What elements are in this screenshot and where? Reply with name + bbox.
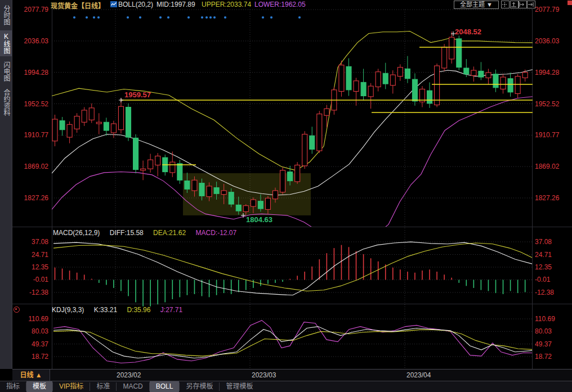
chart-line	[53, 242, 532, 295]
indicator-target-icon[interactable]	[14, 307, 20, 313]
macd-params: MACD(26,12,9)	[53, 229, 100, 237]
event-dot[interactable]	[209, 16, 212, 19]
bottom-toolbar: 指标 模板 VIP指标 标准 MACD BOLL 另存模板 管理模板	[0, 381, 572, 392]
trading-terminal: 分时图 K线图 闪电图 合约资料 现货黄金【日线】 BOLL(20,2) MID…	[0, 0, 572, 392]
x-axis-row: 日线 ▲ 2023/02 2023/03 2023/04	[12, 369, 572, 381]
toolbar-tab-templates[interactable]: 模板	[26, 381, 52, 392]
macd-legend: MACD(26,12,9) DIFF:15.58 DEA:21.62 MACD:…	[53, 229, 244, 237]
event-dot[interactable]	[127, 16, 129, 19]
period-selector[interactable]: 日线 ▲	[12, 370, 50, 381]
chart-canvas[interactable]	[0, 0, 572, 392]
event-dot[interactable]	[224, 16, 226, 19]
x-tick-label: 2023/04	[406, 371, 431, 379]
x-tick-label: 2023/03	[252, 371, 276, 379]
kdj-k-value: K:33.21	[94, 306, 117, 314]
toolbar-tab-macd[interactable]: MACD	[117, 381, 149, 392]
kdj-j-value: J:27.71	[160, 306, 182, 314]
macd-value: MACD:-12.07	[195, 229, 236, 237]
toolbar-tab-standard[interactable]: 标准	[90, 381, 116, 392]
event-dot[interactable]	[73, 16, 75, 19]
kdj-d-value: D:35.96	[127, 306, 150, 314]
event-dot[interactable]	[270, 16, 272, 19]
toolbar-tab-boll[interactable]: BOLL	[150, 381, 180, 392]
kdj-params: KDJ(9,3,3)	[52, 306, 84, 314]
period-label: 日线	[20, 371, 33, 379]
event-dot[interactable]	[93, 16, 95, 19]
macd-diff-value: DIFF:15.58	[110, 229, 144, 237]
event-dot[interactable]	[262, 16, 264, 19]
toolbar-tab-vip-indicators[interactable]: VIP指标	[53, 381, 90, 392]
toolbar-tab-manage-templates[interactable]: 管理模板	[220, 381, 259, 392]
event-dot[interactable]	[201, 16, 203, 19]
x-tick-label: 2023/02	[117, 371, 141, 379]
event-dot[interactable]	[86, 16, 88, 19]
macd-panel	[55, 245, 525, 307]
event-dot[interactable]	[205, 16, 208, 19]
event-dot[interactable]	[298, 16, 301, 19]
kdj-legend: KDJ(9,3,3) K:33.21 D:35.96 J:27.71	[52, 306, 190, 314]
macd-dea-value: DEA:21.62	[153, 229, 186, 237]
anchor-cross-marker[interactable]	[119, 98, 123, 102]
event-dot[interactable]	[167, 16, 169, 19]
event-dot[interactable]	[139, 16, 141, 19]
triangle-up-icon: ▲	[35, 371, 42, 379]
event-dot[interactable]	[97, 16, 100, 19]
event-dot[interactable]	[213, 16, 216, 19]
event-dot[interactable]	[187, 16, 190, 19]
event-dot[interactable]	[159, 16, 162, 19]
toolbar-tab-indicators[interactable]: 指标	[0, 381, 26, 392]
toolbar-tab-save-template[interactable]: 另存模板	[180, 381, 219, 392]
